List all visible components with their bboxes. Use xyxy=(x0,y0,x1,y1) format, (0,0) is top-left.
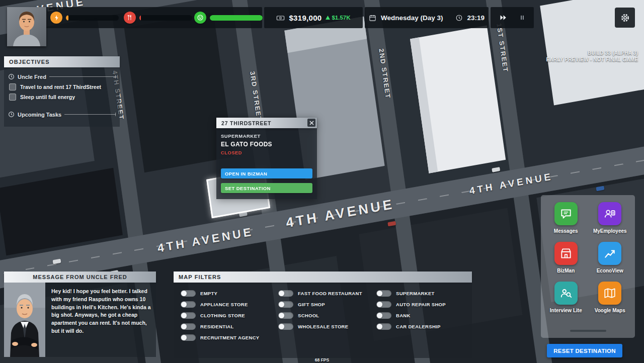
task-checkbox[interactable] xyxy=(9,94,16,101)
app-econoview[interactable]: EconoView xyxy=(588,242,632,274)
filter-label: CLOTHING STORE xyxy=(200,313,245,318)
app-label: MyEmployees xyxy=(593,228,627,234)
toggle-knob xyxy=(279,302,284,307)
app-label: Messages xyxy=(554,228,578,234)
toggle-switch[interactable] xyxy=(278,290,293,297)
close-button[interactable] xyxy=(307,119,315,127)
build-info: BUILD 33 (ALPHA 3) EARLY PREVIEW - NOT F… xyxy=(546,50,638,63)
section-rule xyxy=(49,76,116,77)
close-icon xyxy=(309,121,314,125)
map-filter-bank[interactable]: BANK xyxy=(376,312,446,319)
toggle-switch[interactable] xyxy=(278,301,293,308)
clock-icon xyxy=(455,14,463,22)
objective-task-travel[interactable]: Travel to and rent 17 ThirdStreet xyxy=(4,82,120,92)
build-version: BUILD 33 (ALPHA 3) xyxy=(546,50,638,56)
app-bizman[interactable]: BizMan xyxy=(544,242,588,274)
toggle-knob xyxy=(181,324,187,329)
money-delta-value: $1.57K xyxy=(332,15,350,21)
objectives-section-uncle-fred: Uncle Fred xyxy=(4,71,120,82)
panel-drag-handle[interactable] xyxy=(570,330,606,332)
toggle-switch[interactable] xyxy=(376,290,391,297)
filter-label: RESIDENTIAL xyxy=(200,324,234,329)
map-filter-school[interactable]: SCHOOL xyxy=(278,312,362,319)
message-body: Hey kid! I hope you feel better. I talke… xyxy=(45,283,156,357)
app-messages[interactable]: Messages xyxy=(544,202,588,234)
toggle-switch[interactable] xyxy=(181,290,196,297)
pause-button[interactable] xyxy=(517,12,528,24)
map-filter-appliance-store[interactable]: APPLIANCE STORE xyxy=(181,301,259,308)
section-rule xyxy=(64,114,116,115)
toggle-switch[interactable] xyxy=(181,312,196,319)
voogle-maps-icon xyxy=(598,282,621,305)
toggle-switch[interactable] xyxy=(278,312,293,319)
open-in-bizman-button[interactable]: OPEN IN BIZMAN xyxy=(221,168,312,178)
set-destination-button[interactable]: SET DESTINATION xyxy=(221,183,312,193)
app-voogle-maps[interactable]: Voogle Maps xyxy=(588,282,632,313)
settings-button[interactable] xyxy=(615,8,635,28)
app-myemployees[interactable]: MyEmployees xyxy=(588,202,632,234)
map-filter-residential[interactable]: RESIDENTIAL xyxy=(181,323,259,330)
map-filter-wholesale-store[interactable]: WHOLESALE STORE xyxy=(278,323,362,330)
building-popup-header: 27 THIRDSTREET xyxy=(216,118,317,128)
toggle-switch[interactable] xyxy=(181,334,196,341)
filter-label: RECRUITMENT AGENCY xyxy=(200,335,259,340)
task-label: Sleep until full energy xyxy=(20,94,75,100)
toggle-switch[interactable] xyxy=(278,323,293,330)
toggle-knob xyxy=(181,291,187,296)
toggle-knob xyxy=(377,324,382,329)
econoview-icon xyxy=(598,242,621,265)
map-filter-supermarket[interactable]: SUPERMARKET xyxy=(376,290,446,297)
building-popup: 27 THIRDSTREET SUPERMARKET EL GATO FOODS… xyxy=(216,118,317,199)
fast-forward-button[interactable] xyxy=(497,12,510,24)
money-display: $319,000 $1.57K xyxy=(264,7,363,28)
player-avatar[interactable] xyxy=(7,7,46,46)
message-header: MESSAGE FROM UNCLE FRED xyxy=(4,271,156,283)
toggle-switch[interactable] xyxy=(181,301,196,308)
map-filter-car-dealership[interactable]: CAR DEALERSHIP xyxy=(376,323,446,330)
toggle-switch[interactable] xyxy=(181,323,196,330)
map-filter-clothing-store[interactable]: CLOTHING STORE xyxy=(181,312,259,319)
build-disclaimer: EARLY PREVIEW - NOT FINAL GAME xyxy=(546,56,638,63)
map-filter-recruitment-agency[interactable]: RECRUITMENT AGENCY xyxy=(181,334,259,341)
toggle-switch[interactable] xyxy=(376,323,391,330)
fps-counter: 68 FPS xyxy=(0,357,644,362)
app-label: EconoView xyxy=(597,268,623,274)
filter-label: FAST FOOD RESTAURANT xyxy=(298,291,362,296)
toggle-switch[interactable] xyxy=(376,301,391,308)
task-checkbox[interactable] xyxy=(9,83,16,90)
toggle-knob xyxy=(377,291,382,296)
map-filter-gift-shop[interactable]: GIFT SHOP xyxy=(278,301,362,308)
reset-destination-button[interactable]: RESET DESTINATION xyxy=(547,344,622,357)
happiness-bar xyxy=(210,15,263,21)
banknote-icon xyxy=(276,14,285,22)
objectives-header: OBJECTIVES xyxy=(4,56,120,67)
filter-label: AUTO REPAIR SHOP xyxy=(396,302,446,307)
energy-icon xyxy=(50,12,62,24)
interview-lite-icon xyxy=(554,282,578,305)
task-label: Travel to and rent 17 ThirdStreet xyxy=(20,84,101,90)
map-filter-auto-repair-shop[interactable]: AUTO REPAIR SHOP xyxy=(376,301,446,308)
uncle-fred-portrait xyxy=(4,283,45,357)
map-filter-fast-food-restaurant[interactable]: FAST FOOD RESTAURANT xyxy=(278,290,362,297)
filter-label: SUPERMARKET xyxy=(396,291,435,296)
toggle-knob xyxy=(279,324,284,329)
gear-icon xyxy=(620,13,630,23)
section-label: Uncle Fred xyxy=(18,74,46,80)
app-interview-lite[interactable]: Interview Lite xyxy=(544,282,588,313)
pause-icon xyxy=(519,14,526,22)
building-category: SUPERMARKET xyxy=(221,133,312,139)
toggle-switch[interactable] xyxy=(376,312,391,319)
datetime-display: Wednesday (Day 3) 23:19 xyxy=(365,7,489,28)
toggle-knob xyxy=(181,313,187,318)
toggle-knob xyxy=(279,291,284,296)
map-filter-empty[interactable]: EMPTY xyxy=(181,290,259,297)
energy-bar-fill xyxy=(66,15,68,21)
hunger-icon xyxy=(124,12,136,24)
filter-label: EMPTY xyxy=(200,291,217,296)
hunger-bar xyxy=(139,15,192,21)
myemployees-icon xyxy=(598,202,621,225)
objective-task-sleep[interactable]: Sleep until full energy xyxy=(4,92,120,102)
toggle-knob xyxy=(181,302,187,307)
money-delta: $1.57K xyxy=(326,15,350,21)
toggle-knob xyxy=(279,313,284,318)
